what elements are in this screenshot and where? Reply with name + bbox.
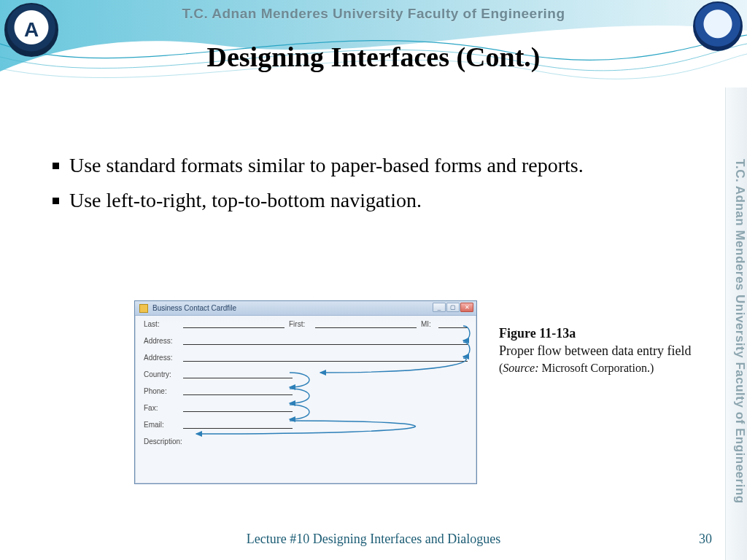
figure-source-label: Source: <box>503 362 538 374</box>
label-address2: Address: <box>144 354 179 362</box>
bullet-marker <box>53 163 59 169</box>
banner-text: T.C. Adnan Menderes University Faculty o… <box>0 6 747 22</box>
window-titlebar: Business Contact Cardfile _ ▢ ✕ <box>135 301 476 316</box>
bullet-text: Use left-to-right, top-to-bottom navigat… <box>69 187 422 214</box>
window-minimize-button[interactable]: _ <box>433 303 446 312</box>
field-mi[interactable] <box>438 327 468 328</box>
bullet-list: Use standard formats similar to paper-ba… <box>53 152 687 222</box>
figure-source-value: Microsoft Corporation.) <box>539 362 654 374</box>
form-body: Last: First: MI: Address: Address: Count… <box>135 316 476 458</box>
slide-title: Designing Interfaces (Cont.) <box>0 41 747 73</box>
label-description: Description: <box>144 438 190 446</box>
logo-right-glyph: ⚙ <box>711 17 725 36</box>
field-country[interactable] <box>183 378 293 378</box>
field-fax[interactable] <box>183 411 293 412</box>
side-banner-text: T.C. Adnan Menderes University Faculty o… <box>725 88 747 560</box>
label-country: Country: <box>144 370 179 378</box>
label-last: Last: <box>144 320 179 328</box>
footer-lecture-title: Lecture #10 Designing Interfaces and Dia… <box>0 532 747 547</box>
label-fax: Fax: <box>144 404 179 412</box>
field-first[interactable] <box>315 327 417 328</box>
figure-window: Business Contact Cardfile _ ▢ ✕ Last: Fi… <box>134 300 477 484</box>
figure-number: Figure 11-13a <box>499 324 711 342</box>
label-phone: Phone: <box>144 387 179 395</box>
label-first: First: <box>289 320 311 328</box>
window-title: Business Contact Cardfile <box>152 304 236 312</box>
bullet-item: Use left-to-right, top-to-bottom navigat… <box>53 187 687 214</box>
figure-caption-text: Proper flow between data entry field <box>499 342 711 359</box>
label-mi: MI: <box>421 320 434 328</box>
field-email[interactable] <box>183 428 293 429</box>
bullet-text: Use standard formats similar to paper-ba… <box>69 152 584 179</box>
logo-left-glyph: A <box>24 18 39 42</box>
field-address2[interactable] <box>183 361 468 362</box>
figure-caption: Figure 11-13a Proper flow between data e… <box>499 324 711 376</box>
label-email: Email: <box>144 421 179 429</box>
bullet-marker <box>53 198 59 204</box>
window-maximize-button[interactable]: ▢ <box>446 303 460 312</box>
window-close-button[interactable]: ✕ <box>460 303 473 312</box>
field-phone[interactable] <box>183 394 293 395</box>
field-address1[interactable] <box>183 344 468 345</box>
label-address1: Address: <box>144 337 179 345</box>
bullet-item: Use standard formats similar to paper-ba… <box>53 152 687 179</box>
field-last[interactable] <box>183 327 285 328</box>
footer-page-number: 30 <box>699 532 712 547</box>
window-app-icon <box>139 304 148 313</box>
